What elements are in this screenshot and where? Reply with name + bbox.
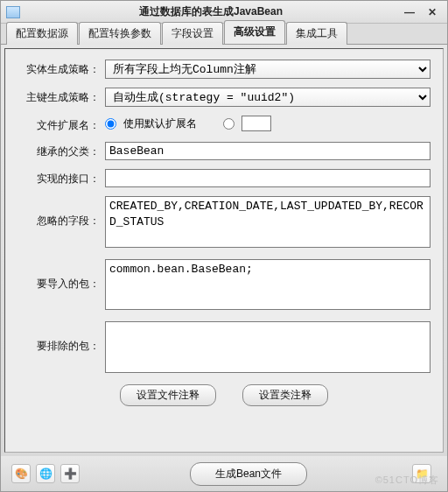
interfaces-input[interactable] bbox=[105, 169, 430, 187]
label-pk-strategy: 主键生成策略： bbox=[18, 88, 105, 105]
custom-ext-swatch[interactable] bbox=[242, 116, 271, 131]
app-icon bbox=[6, 6, 20, 18]
tab-datasource[interactable]: 配置数据源 bbox=[6, 22, 78, 45]
tool-icon-3[interactable]: ➕ bbox=[60, 464, 80, 483]
close-button[interactable]: ✕ bbox=[423, 4, 442, 20]
tab-integration[interactable]: 集成工具 bbox=[286, 22, 347, 45]
tool-icon-1[interactable]: 🎨 bbox=[11, 464, 31, 483]
tab-field-settings[interactable]: 字段设置 bbox=[162, 22, 223, 45]
radio-custom-ext[interactable] bbox=[223, 118, 234, 130]
radio-default-ext-label: 使用默认扩展名 bbox=[123, 116, 197, 131]
label-imports: 要导入的包： bbox=[18, 259, 105, 292]
bottom-toolbar: 🎨 🌐 ➕ 生成Bean文件 📁 bbox=[1, 456, 447, 491]
tab-convert-params[interactable]: 配置转换参数 bbox=[79, 22, 161, 45]
minimize-button[interactable]: — bbox=[400, 4, 419, 20]
label-entity-strategy: 实体生成策略： bbox=[18, 60, 105, 77]
label-interfaces: 实现的接口： bbox=[18, 169, 105, 186]
radio-default-ext[interactable] bbox=[105, 118, 116, 130]
file-comment-button[interactable]: 设置文件注释 bbox=[120, 384, 216, 406]
parent-class-input[interactable] bbox=[105, 142, 430, 160]
tab-advanced[interactable]: 高级设置 bbox=[224, 20, 285, 44]
ignore-fields-textarea[interactable]: CREATED_BY,CREATION_DATE,LAST_UPDATED_BY… bbox=[105, 196, 430, 248]
class-comment-button[interactable]: 设置类注释 bbox=[242, 384, 328, 406]
entity-strategy-select[interactable]: 所有字段上均无Column注解 bbox=[105, 60, 430, 79]
label-parent-class: 继承的父类： bbox=[18, 142, 105, 159]
tool-icon-2[interactable]: 🌐 bbox=[36, 464, 55, 483]
window: 通过数据库的表生成JavaBean — ✕ 配置数据源 配置转换参数 字段设置 … bbox=[0, 0, 448, 492]
pk-strategy-select[interactable]: 自动生成(strategy = "uuid2") bbox=[105, 88, 430, 107]
window-title: 通过数据库的表生成JavaBean bbox=[25, 4, 396, 19]
generate-button[interactable]: 生成Bean文件 bbox=[190, 462, 307, 486]
label-excludes: 要排除的包： bbox=[18, 321, 105, 354]
tab-bar: 配置数据源 配置转换参数 字段设置 高级设置 集成工具 bbox=[1, 24, 447, 45]
advanced-panel: 实体生成策略： 所有字段上均无Column注解 主键生成策略： 自动生成(str… bbox=[4, 48, 444, 453]
label-ignore-fields: 忽略的字段： bbox=[18, 196, 105, 228]
label-file-ext: 文件扩展名： bbox=[18, 116, 105, 133]
folder-icon[interactable]: 📁 bbox=[412, 464, 431, 483]
imports-textarea[interactable]: common.bean.BaseBean; bbox=[105, 259, 430, 311]
excludes-textarea[interactable] bbox=[105, 321, 430, 373]
